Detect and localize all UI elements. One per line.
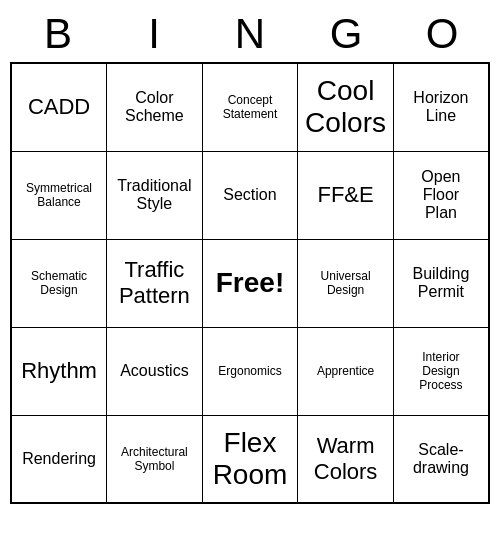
cell-r2-c3: UniversalDesign xyxy=(298,239,394,327)
cell-r0-c3: CoolColors xyxy=(298,63,394,151)
bingo-title: B I N G O xyxy=(10,10,490,58)
cell-r2-c4: BuildingPermit xyxy=(393,239,489,327)
cell-r1-c4: OpenFloorPlan xyxy=(393,151,489,239)
letter-g: G xyxy=(298,10,394,58)
cell-r0-c0: CADD xyxy=(11,63,107,151)
cell-r2-c1: TrafficPattern xyxy=(107,239,203,327)
cell-r4-c2: FlexRoom xyxy=(202,415,298,503)
cell-r2-c0: SchematicDesign xyxy=(11,239,107,327)
bingo-grid: CADDColorSchemeConceptStatementCoolColor… xyxy=(10,62,490,504)
cell-r3-c0: Rhythm xyxy=(11,327,107,415)
cell-r1-c0: SymmetricalBalance xyxy=(11,151,107,239)
letter-b: B xyxy=(10,10,106,58)
cell-r3-c1: Acoustics xyxy=(107,327,203,415)
cell-r0-c1: ColorScheme xyxy=(107,63,203,151)
cell-r1-c2: Section xyxy=(202,151,298,239)
cell-r4-c1: ArchitecturalSymbol xyxy=(107,415,203,503)
cell-r0-c2: ConceptStatement xyxy=(202,63,298,151)
cell-r3-c2: Ergonomics xyxy=(202,327,298,415)
cell-r2-c2: Free! xyxy=(202,239,298,327)
letter-o: O xyxy=(394,10,490,58)
cell-r1-c3: FF&E xyxy=(298,151,394,239)
cell-r3-c3: Apprentice xyxy=(298,327,394,415)
cell-r0-c4: HorizonLine xyxy=(393,63,489,151)
letter-n: N xyxy=(202,10,298,58)
cell-r1-c1: TraditionalStyle xyxy=(107,151,203,239)
cell-r4-c4: Scale-drawing xyxy=(393,415,489,503)
cell-r4-c0: Rendering xyxy=(11,415,107,503)
cell-r4-c3: WarmColors xyxy=(298,415,394,503)
letter-i: I xyxy=(106,10,202,58)
cell-r3-c4: InteriorDesignProcess xyxy=(393,327,489,415)
